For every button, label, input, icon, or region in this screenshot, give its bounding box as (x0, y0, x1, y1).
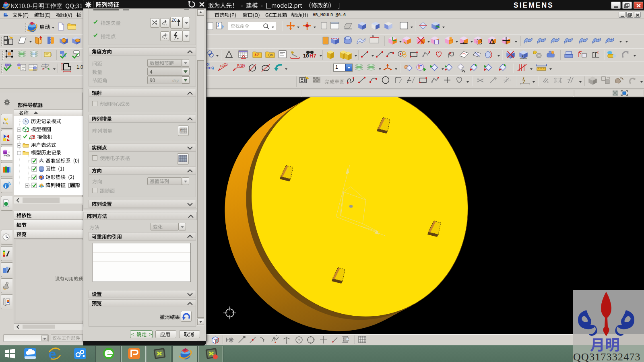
svg-text:R(Ø): R(Ø) (219, 63, 228, 68)
svg-text:x: x (597, 50, 599, 54)
svg-text:x: x (522, 54, 524, 58)
svg-text:P!=: P!= (180, 129, 184, 131)
svg-text:R(Ø): R(Ø) (237, 64, 245, 68)
svg-text:»: » (372, 35, 374, 38)
svg-text:ZC: ZC (171, 18, 177, 23)
svg-text:++: ++ (254, 53, 258, 57)
svg-text:i: i (217, 22, 219, 28)
svg-text:x: x (462, 41, 464, 45)
